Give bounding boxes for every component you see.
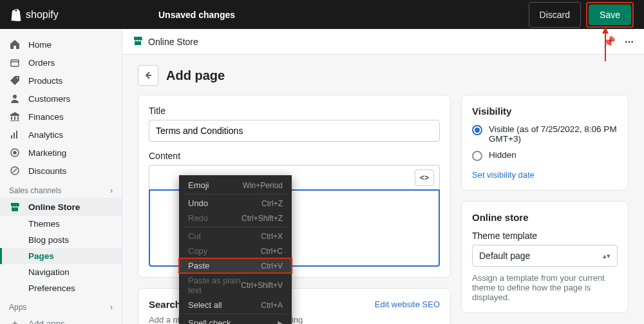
code-view-button[interactable]: <> — [415, 169, 434, 186]
visibility-heading: Visibility — [472, 106, 618, 117]
sidebar-item-label: Marketing — [28, 148, 66, 158]
brand-text: shopify — [26, 9, 59, 21]
cm-paste[interactable]: PasteCtrl+V — [179, 258, 292, 273]
sidebar-item-label: Customers — [28, 94, 70, 104]
svg-rect-2 — [11, 135, 12, 138]
cm-spell-check[interactable]: Spell check▶ — [179, 316, 292, 324]
apps-label: Apps — [9, 303, 26, 312]
shopify-bag-icon — [10, 8, 22, 21]
radio-label: Visible (as of 7/25/2022, 8:06 PM GMT+3) — [489, 124, 618, 144]
svg-rect-0 — [11, 60, 19, 66]
context-menu: EmojiWin+Period UndoCtrl+Z RedoCtrl+Shif… — [179, 175, 292, 324]
online-store-heading: Online store — [472, 212, 618, 223]
sidebar-item-discounts[interactable]: Discounts — [0, 162, 122, 180]
sidebar-item-add-apps[interactable]: ＋Add apps — [0, 314, 122, 324]
sidebar-item-home[interactable]: Home — [0, 35, 122, 53]
updown-icon: ▴▾ — [603, 252, 611, 260]
sidebar-item-label: Add apps — [28, 319, 65, 325]
page-title-row: Add page — [122, 55, 644, 95]
online-store-card: Online store Theme template Default page… — [461, 201, 629, 313]
radio-label: Hidden — [489, 150, 516, 160]
sidebar-sub-pages[interactable]: Pages — [0, 248, 122, 264]
sidebar-item-products[interactable]: Products — [0, 71, 122, 90]
sidebar-item-label: Home — [28, 40, 52, 50]
sidebar-item-marketing[interactable]: Marketing — [0, 144, 122, 162]
bank-icon — [9, 111, 21, 122]
page-title: Add page — [166, 68, 225, 83]
sidebar-sub-navigation[interactable]: Navigation — [0, 264, 122, 280]
sidebar-item-label: Orders — [28, 58, 55, 68]
unsaved-changes-label: Unsaved changes — [158, 10, 235, 20]
sidebar-item-label: Online Store — [28, 202, 80, 212]
subheader-title: Online Store — [148, 37, 198, 47]
discard-button[interactable]: Discard — [529, 2, 581, 28]
percent-icon — [9, 165, 21, 176]
cm-emoji[interactable]: EmojiWin+Period — [179, 178, 292, 193]
cm-undo[interactable]: UndoCtrl+Z — [179, 196, 292, 211]
svg-point-6 — [14, 151, 16, 154]
content-field-label: Content — [149, 151, 440, 161]
template-help-text: Assign a template from your current them… — [472, 273, 618, 302]
apps-header: Apps › — [0, 296, 122, 314]
chart-icon — [9, 129, 21, 140]
sales-channels-header: Sales channels › — [0, 180, 122, 198]
select-value: Default page — [479, 251, 530, 261]
visibility-card: Visibility Visible (as of 7/25/2022, 8:0… — [461, 95, 629, 191]
title-field-label: Title — [149, 106, 440, 116]
cm-separator — [184, 227, 287, 227]
sidebar-item-label: Discounts — [28, 166, 66, 176]
sidebar-item-analytics[interactable]: Analytics — [0, 126, 122, 144]
submenu-arrow-icon: ▶ — [278, 319, 283, 324]
radio-checked-icon — [472, 125, 482, 135]
plus-icon: ＋ — [9, 318, 21, 324]
arrow-left-icon — [143, 70, 153, 81]
set-visibility-date-link[interactable]: Set visibility date — [472, 170, 535, 180]
brand-logo[interactable]: shopify — [10, 8, 123, 21]
template-label: Theme template — [472, 231, 618, 241]
cm-paste-plain[interactable]: Paste as plain textCtrl+Shift+V — [179, 273, 292, 298]
store-icon — [133, 35, 143, 48]
cm-separator — [184, 194, 287, 195]
cm-cut[interactable]: CutCtrl+X — [179, 229, 292, 243]
svg-point-1 — [13, 95, 17, 99]
save-button[interactable]: Save — [589, 5, 631, 25]
save-highlight: Save — [586, 2, 634, 28]
sidebar-item-label: Products — [28, 76, 62, 86]
radio-unchecked-icon — [472, 151, 482, 161]
sidebar-item-label: Analytics — [28, 130, 63, 140]
target-icon — [9, 147, 21, 158]
cm-redo[interactable]: RedoCtrl+Shift+Z — [179, 211, 292, 225]
visibility-visible-radio[interactable]: Visible (as of 7/25/2022, 8:06 PM GMT+3) — [472, 124, 618, 144]
template-select[interactable]: Default page ▴▾ — [472, 245, 618, 267]
title-input[interactable] — [149, 120, 440, 142]
cm-separator — [184, 314, 287, 314]
back-button[interactable] — [138, 65, 158, 86]
svg-rect-3 — [14, 133, 15, 138]
pin-icon[interactable]: 📌 — [603, 35, 616, 48]
chevron-right-icon[interactable]: › — [110, 303, 113, 312]
sidebar-item-customers[interactable]: Customers — [0, 90, 122, 108]
sidebar-sub-blog-posts[interactable]: Blog posts — [0, 232, 122, 248]
content-subheader: Online Store 📌 ⋯ — [122, 29, 644, 55]
sidebar-item-orders[interactable]: Orders — [0, 53, 122, 71]
sales-channels-label: Sales channels — [9, 186, 61, 195]
more-icon[interactable]: ⋯ — [625, 37, 634, 47]
store-icon — [9, 201, 21, 213]
cm-copy[interactable]: CopyCtrl+C — [179, 243, 292, 258]
sidebar-sub-themes[interactable]: Themes — [0, 216, 122, 232]
chevron-right-icon[interactable]: › — [110, 186, 113, 195]
sidebar-item-label: Finances — [28, 112, 64, 122]
sidebar-item-finances[interactable]: Finances — [0, 108, 122, 126]
home-icon — [9, 39, 21, 50]
cm-select-all[interactable]: Select allCtrl+A — [179, 298, 292, 312]
topbar: shopify Unsaved changes Discard Save — [0, 0, 644, 29]
topbar-actions: Discard Save — [529, 2, 634, 28]
svg-rect-4 — [16, 131, 17, 138]
sidebar: Home Orders Products Customers Finances … — [0, 29, 122, 324]
orders-icon — [9, 57, 21, 68]
sidebar-item-online-store[interactable]: Online Store — [0, 198, 122, 216]
person-icon — [9, 93, 21, 104]
edit-seo-link[interactable]: Edit website SEO — [375, 300, 440, 309]
visibility-hidden-radio[interactable]: Hidden — [472, 150, 618, 161]
sidebar-sub-preferences[interactable]: Preferences — [0, 280, 122, 296]
